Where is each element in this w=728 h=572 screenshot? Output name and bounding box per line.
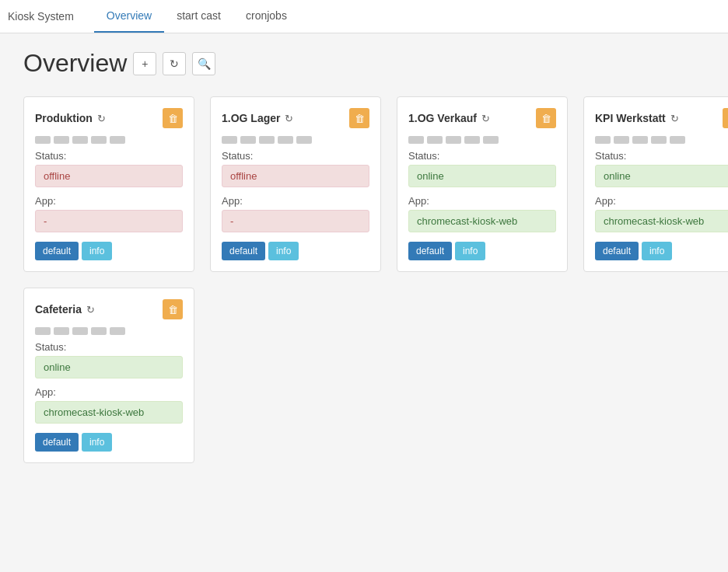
card-title-row: Produktion ↻: [35, 112, 106, 124]
card-og-verkauf-app-label: App:: [408, 195, 556, 207]
card-kpi-werkstatt-app-value: chromecast-kiosk-web: [595, 210, 728, 232]
card-produktion-actions: default info: [35, 242, 183, 260]
page-header: Overview + ↻ 🔍: [23, 49, 705, 78]
card-og-verkauf-delete-button[interactable]: 🗑: [536, 108, 556, 128]
cards-grid: Produktion ↻ 🗑 Status: offline App: - de…: [23, 96, 705, 272]
card-kpi-werkstatt-status-value: online: [595, 165, 728, 187]
card-kpi-werkstatt-delete-button[interactable]: 🗑: [723, 108, 728, 128]
device-block-4: [91, 327, 107, 335]
cards-row2: Cafeteria ↻ 🗑 Status: online App: chrome…: [23, 288, 705, 463]
card-cafeteria-actions: default info: [35, 433, 183, 452]
device-block-1: [222, 136, 237, 144]
device-block-4: [651, 136, 667, 144]
card-cafeteria-refresh-icon[interactable]: ↻: [86, 304, 95, 316]
device-block-3: [259, 136, 275, 144]
device-block-1: [35, 327, 51, 335]
card-kpi-werkstatt-title: KPI Werkstatt: [595, 112, 666, 124]
card-og-verkauf-title: 1.OG Verkauf: [408, 112, 477, 124]
card-kpi-werkstatt-device-id: [595, 136, 728, 144]
device-block-2: [54, 136, 69, 144]
card-kpi-werkstatt: KPI Werkstatt ↻ 🗑 Status: online App: ch…: [583, 96, 728, 272]
card-kpi-werkstatt-status-label: Status:: [595, 150, 728, 162]
card-og-lager: 1.OG Lager ↻ 🗑 Status: offline App: - de…: [210, 96, 381, 272]
card-og-verkauf-device-id: [408, 136, 556, 144]
card-cafeteria-delete-button[interactable]: 🗑: [163, 299, 183, 319]
card-produktion-status-value: offline: [35, 165, 183, 187]
card-produktion-app-label: App:: [35, 195, 183, 207]
card-og-verkauf-app-value: chromecast-kiosk-web: [408, 210, 556, 232]
device-block-5: [670, 136, 685, 144]
tab-start-cast[interactable]: start cast: [164, 0, 233, 33]
card-cafeteria-title: Cafeteria: [35, 303, 82, 316]
device-block-1: [595, 136, 611, 144]
search-button[interactable]: 🔍: [192, 52, 215, 75]
tab-overview[interactable]: Overview: [94, 0, 164, 33]
card-cafeteria-title-row: Cafeteria ↻: [35, 303, 95, 316]
card-cafeteria-app-value: chromecast-kiosk-web: [35, 401, 183, 424]
card-og-lager-actions: default info: [222, 242, 369, 260]
card-produktion-title: Produktion: [35, 112, 93, 124]
device-block-3: [446, 136, 461, 144]
add-button[interactable]: +: [133, 52, 156, 75]
card-og-lager-default-button[interactable]: default: [222, 242, 265, 260]
card-cafeteria-status-value: online: [35, 356, 183, 378]
card-cafeteria-device-id: [35, 327, 183, 335]
card-cafeteria: Cafeteria ↻ 🗑 Status: online App: chrome…: [23, 288, 194, 463]
card-og-verkauf-header: 1.OG Verkauf ↻ 🗑: [408, 108, 556, 128]
device-block-4: [278, 136, 293, 144]
card-og-lager-title: 1.OG Lager: [222, 112, 280, 124]
card-og-verkauf-actions: default info: [408, 242, 556, 260]
device-block-5: [483, 136, 499, 144]
device-block-2: [240, 136, 256, 144]
card-kpi-werkstatt-header: KPI Werkstatt ↻ 🗑: [595, 108, 728, 128]
card-og-verkauf-info-button[interactable]: info: [455, 242, 485, 260]
card-og-lager-header: 1.OG Lager ↻ 🗑: [222, 108, 369, 128]
app-title: Kiosk System: [8, 1, 86, 32]
device-block-5: [110, 327, 125, 335]
card-og-lager-refresh-icon[interactable]: ↻: [285, 113, 293, 124]
card-produktion-device-id: [35, 136, 183, 144]
card-cafeteria-info-button[interactable]: info: [82, 433, 112, 452]
page-title: Overview: [23, 49, 127, 78]
device-block-5: [296, 136, 312, 144]
card-og-lager-status-label: Status:: [222, 150, 369, 162]
device-block-4: [91, 136, 107, 144]
device-block-1: [35, 136, 51, 144]
device-block-5: [110, 136, 125, 144]
card-og-verkauf-title-row: 1.OG Verkauf ↻: [408, 112, 490, 124]
card-og-lager-app-value: -: [222, 210, 369, 232]
card-kpi-werkstatt-title-row: KPI Werkstatt ↻: [595, 112, 679, 124]
tab-cronjobs[interactable]: cronjobs: [233, 0, 299, 33]
card-og-lager-delete-button[interactable]: 🗑: [349, 108, 369, 128]
card-og-verkauf-default-button[interactable]: default: [408, 242, 452, 260]
card-kpi-werkstatt-refresh-icon[interactable]: ↻: [670, 113, 679, 124]
card-kpi-werkstatt-app-label: App:: [595, 195, 728, 207]
device-block-3: [72, 327, 88, 335]
top-bar: Kiosk System Overview start cast cronjob…: [0, 0, 728, 33]
card-kpi-werkstatt-default-button[interactable]: default: [595, 242, 639, 260]
device-block-4: [464, 136, 480, 144]
device-block-3: [632, 136, 648, 144]
device-block-1: [408, 136, 424, 144]
card-produktion-status-label: Status:: [35, 150, 183, 162]
card-kpi-werkstatt-actions: default info: [595, 242, 728, 260]
card-og-lager-title-row: 1.OG Lager ↻: [222, 112, 293, 124]
device-block-2: [427, 136, 443, 144]
card-produktion-delete-button[interactable]: 🗑: [163, 108, 183, 128]
card-cafeteria-default-button[interactable]: default: [35, 433, 79, 452]
card-og-lager-app-label: App:: [222, 195, 369, 207]
card-og-verkauf-status-label: Status:: [408, 150, 556, 162]
card-cafeteria-header: Cafeteria ↻ 🗑: [35, 299, 183, 319]
card-produktion-default-button[interactable]: default: [35, 242, 79, 260]
device-block-2: [614, 136, 629, 144]
refresh-button[interactable]: ↻: [163, 52, 186, 75]
device-block-2: [54, 327, 69, 335]
card-og-lager-status-value: offline: [222, 165, 369, 187]
card-og-verkauf-refresh-icon[interactable]: ↻: [481, 113, 490, 124]
card-og-lager-info-button[interactable]: info: [268, 242, 299, 260]
card-produktion-info-button[interactable]: info: [82, 242, 112, 260]
card-produktion-refresh-icon[interactable]: ↻: [97, 113, 106, 124]
card-produktion: Produktion ↻ 🗑 Status: offline App: - de…: [23, 96, 194, 272]
card-cafeteria-status-label: Status:: [35, 341, 183, 353]
card-kpi-werkstatt-info-button[interactable]: info: [642, 242, 672, 260]
